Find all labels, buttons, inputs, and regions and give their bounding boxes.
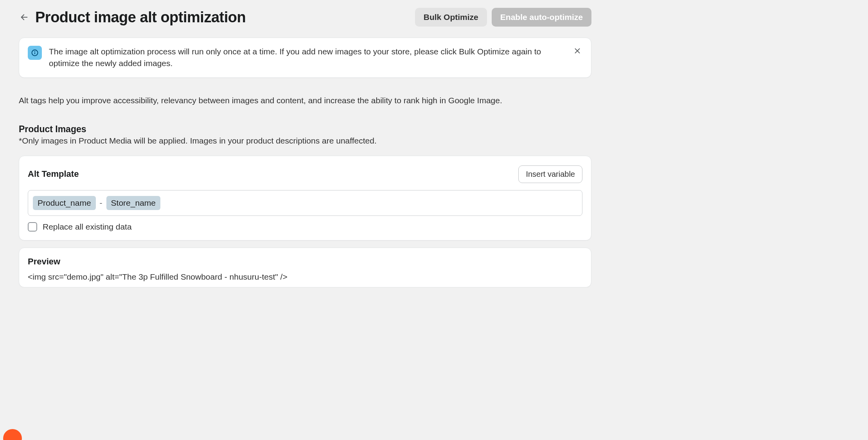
info-icon [28,46,42,60]
info-banner: The image alt optimization process will … [19,38,591,78]
alt-template-card: Alt Template Insert variable Product_nam… [19,156,591,241]
preview-card: Preview <img src="demo.jpg" alt="The 3p … [19,248,591,287]
template-chip-product-name[interactable]: Product_name [33,196,96,210]
preview-code: <img src="demo.jpg" alt="The 3p Fulfille… [28,272,582,282]
banner-close-button[interactable] [572,46,582,58]
product-images-heading: Product Images [19,124,591,135]
banner-text: The image alt optimization process will … [49,46,565,70]
insert-variable-button[interactable]: Insert variable [518,165,582,183]
replace-all-checkbox[interactable] [28,222,37,232]
replace-all-label: Replace all existing data [43,222,132,232]
preview-title: Preview [28,257,582,267]
description-text: Alt tags help you improve accessibility,… [19,96,591,105]
template-chip-store-name[interactable]: Store_name [106,196,160,210]
svg-point-3 [35,51,35,52]
enable-auto-optimize-button[interactable]: Enable auto-optimize [492,8,591,27]
back-button[interactable] [19,12,30,23]
page-title: Product image alt optimization [35,9,246,26]
alt-template-input[interactable]: Product_name - Store_name [28,190,582,216]
bulk-optimize-button[interactable]: Bulk Optimize [415,8,487,27]
alt-template-title: Alt Template [28,169,79,179]
template-separator: - [100,198,102,208]
product-images-subtext: *Only images in Product Media will be ap… [19,136,591,145]
